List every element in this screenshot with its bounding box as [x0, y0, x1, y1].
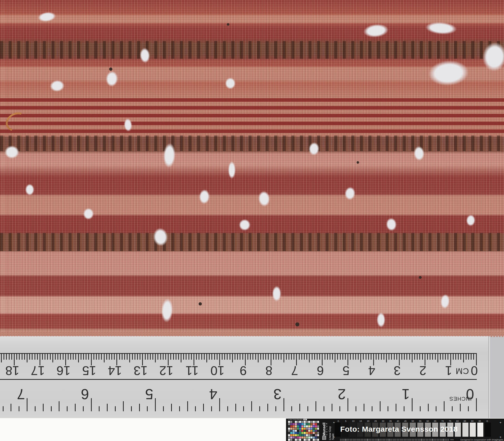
ruler-cm-tick [217, 354, 217, 360]
ruler-cm-edge-line [0, 353, 477, 354]
ruler-cm-tick [201, 354, 202, 360]
ruler-inch-tick [420, 406, 421, 411]
ruler-cm-tick [455, 354, 456, 360]
ruler-cm-tick [260, 354, 261, 360]
ruler-separator-line [0, 379, 477, 380]
ruler-inch-tick [11, 404, 11, 411]
ruler-inch-tick [75, 404, 76, 411]
ruler-cm-tick [466, 354, 466, 360]
textile-hole [344, 186, 356, 200]
ruler-cm-tick [147, 354, 148, 360]
ruler-cm-tick [401, 354, 402, 360]
textile-hole [228, 161, 236, 179]
grayscale-label: 65 [431, 420, 439, 422]
colorchecker-patch [306, 430, 308, 432]
ruler-cm-tick [284, 354, 284, 362]
colorchecker-patch [310, 434, 312, 436]
ruler-cm-tick [135, 354, 135, 360]
mm-label: mm [450, 438, 454, 441]
ruler-cm-tick [86, 354, 86, 360]
ruler-cm-number: 1 [437, 363, 460, 378]
ruler-cm-number: 10 [206, 363, 229, 378]
colorchecker-patch [295, 432, 297, 434]
ruler-cm-tick [183, 354, 184, 360]
textile-cord-band [0, 233, 504, 251]
colorchecker-patch [304, 430, 306, 432]
colorchecker-patch [317, 425, 319, 427]
ruler-inch-tick [179, 406, 180, 411]
grayscale-label: 90 [469, 420, 476, 422]
colorchecker-patch [304, 439, 306, 441]
ruler-cm-tick [242, 354, 243, 360]
debris-speck [295, 322, 299, 326]
ruler-inch-tick [307, 406, 308, 411]
colorchecker-title-text: x-rite ColorChecker [288, 419, 303, 420]
ruler-inch-tick [356, 406, 356, 411]
colorchecker-patch [293, 432, 295, 434]
ruler-cm-number: 18 [1, 363, 24, 378]
ruler-cm-tick [276, 354, 276, 360]
ruler-cm-tick [230, 354, 230, 360]
colorchecker-patch [293, 425, 295, 427]
ruler-cm-tick [222, 354, 223, 360]
colorchecker-patch [317, 434, 319, 436]
ruler-cm-tick [417, 354, 418, 360]
textile-fringe-edge [0, 332, 504, 337]
ruler-cm-number: 17 [26, 363, 49, 378]
colorchecker-patch [290, 430, 292, 432]
grayscale-label: 80 [454, 420, 461, 422]
colorchecker-patch [313, 421, 315, 423]
colorchecker-patch [310, 439, 312, 441]
ruler-inch-tick [115, 406, 116, 411]
ruler-cm-tick [209, 354, 210, 360]
ruler-cm-tick [237, 354, 238, 360]
colorchecker-patch [304, 436, 306, 438]
ruler-cm-tick [358, 354, 359, 360]
ruler-cm-tick [199, 354, 199, 360]
colorchecker-patch [301, 423, 303, 425]
ruler-cm-tick [122, 354, 122, 360]
ruler-cm-tick [114, 354, 115, 360]
ruler-cm-tick [35, 354, 35, 360]
colorchecker-patch [297, 432, 299, 434]
ruler-cm-tick [78, 354, 79, 362]
ruler-inch-tick [211, 406, 212, 411]
colorchecker-patch [299, 421, 301, 423]
ruler-cm-tick [29, 354, 30, 360]
colorchecker-badge: SG [303, 419, 307, 420]
ruler-cm-tick [332, 354, 333, 360]
textile-hole [377, 312, 385, 327]
colorchecker-patch [306, 432, 308, 434]
ruler-cm-number: 13 [129, 363, 152, 378]
ruler-inch-tick [316, 401, 316, 411]
grayscale-patch [470, 423, 476, 437]
ruler-cm-tick [250, 354, 251, 360]
ruler-cm-number: 2 [412, 363, 434, 378]
munsell-color-label: C O L O R [326, 421, 328, 435]
textile-hole [425, 21, 457, 36]
grayscale-label: 85 [461, 420, 469, 422]
colorchecker-patch [308, 428, 310, 430]
colorchecker-patch [290, 432, 292, 434]
ruler-cm-tick [181, 354, 181, 362]
ruler-inch-tick [35, 406, 36, 411]
ruler-cm-tick [445, 354, 446, 360]
ruler-cm-tick [127, 354, 128, 360]
ruler-cm-tick [412, 354, 413, 362]
ruler-cm-tick [294, 354, 294, 360]
ruler-cm-tick [137, 354, 138, 360]
ruler-cm-tick [389, 354, 389, 360]
ruler-cm-tick [460, 354, 461, 360]
ruler-inch-tick [251, 401, 252, 411]
colorchecker-patch [297, 423, 299, 425]
ruler-cm-tick [163, 354, 164, 360]
ruler-cm-tick [52, 354, 53, 362]
grayscale-patch [335, 423, 341, 437]
grayscale-label: 50 [409, 420, 417, 422]
ruler-inch-tick [99, 406, 100, 411]
ruler-cm-tick [353, 354, 354, 360]
grayscale-label: 10 [350, 420, 357, 422]
colorchecker-patch [306, 436, 308, 438]
colorchecker-patch [306, 421, 308, 423]
colorchecker-patch [299, 436, 301, 438]
